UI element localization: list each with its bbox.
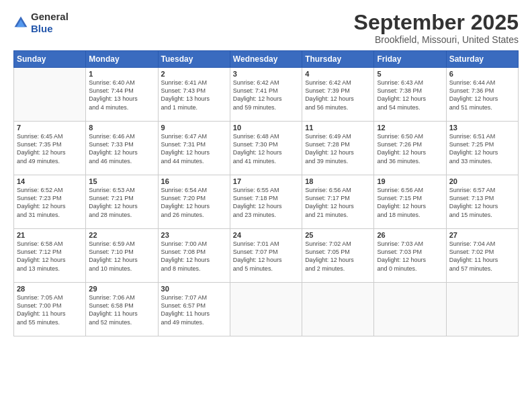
calendar-cell: 22Sunrise: 6:59 AMSunset: 7:10 PMDayligh… <box>86 229 158 283</box>
day-info: Sunrise: 6:48 AMSunset: 7:30 PMDaylight:… <box>233 132 299 165</box>
day-info: Sunrise: 6:50 AMSunset: 7:26 PMDaylight:… <box>377 132 443 165</box>
calendar-week-row: 21Sunrise: 6:58 AMSunset: 7:12 PMDayligh… <box>14 229 519 283</box>
day-info: Sunrise: 7:03 AMSunset: 7:03 PMDaylight:… <box>377 240 443 273</box>
calendar-week-row: 7Sunrise: 6:45 AMSunset: 7:35 PMDaylight… <box>14 122 519 175</box>
day-info: Sunrise: 6:49 AMSunset: 7:28 PMDaylight:… <box>305 132 371 165</box>
calendar-table: SundayMondayTuesdayWednesdayThursdayFrid… <box>13 50 519 336</box>
header-row: General Blue September 2025 Brookfield, … <box>13 11 519 45</box>
calendar-cell: 23Sunrise: 7:00 AMSunset: 7:08 PMDayligh… <box>158 229 230 283</box>
calendar-cell: 18Sunrise: 6:56 AMSunset: 7:17 PMDayligh… <box>302 175 374 229</box>
day-info: Sunrise: 6:55 AMSunset: 7:18 PMDaylight:… <box>233 186 299 219</box>
calendar-cell: 13Sunrise: 6:51 AMSunset: 7:25 PMDayligh… <box>446 122 518 175</box>
day-number: 18 <box>305 177 371 185</box>
calendar-cell <box>230 283 302 336</box>
day-number: 28 <box>17 285 83 293</box>
calendar-cell: 3Sunrise: 6:42 AMSunset: 7:41 PMDaylight… <box>230 68 302 122</box>
day-info: Sunrise: 6:41 AMSunset: 7:43 PMDaylight:… <box>161 79 227 111</box>
calendar-cell <box>374 283 446 336</box>
calendar-cell: 4Sunrise: 6:42 AMSunset: 7:39 PMDaylight… <box>302 68 374 122</box>
day-number: 17 <box>233 177 299 185</box>
calendar-cell <box>14 68 86 122</box>
day-number: 19 <box>377 177 443 185</box>
calendar-cell <box>446 283 518 336</box>
day-number: 21 <box>17 231 83 239</box>
day-number: 22 <box>89 231 154 239</box>
day-number: 9 <box>161 124 227 132</box>
calendar-cell: 14Sunrise: 6:52 AMSunset: 7:23 PMDayligh… <box>14 175 86 229</box>
weekday-header: Friday <box>374 51 446 68</box>
title-block: September 2025 Brookfield, Missouri, Uni… <box>354 11 519 45</box>
day-number: 24 <box>233 231 299 239</box>
calendar-cell: 10Sunrise: 6:48 AMSunset: 7:30 PMDayligh… <box>230 122 302 175</box>
day-number: 6 <box>449 70 515 78</box>
weekday-header: Monday <box>86 51 158 68</box>
calendar-cell: 24Sunrise: 7:01 AMSunset: 7:07 PMDayligh… <box>230 229 302 283</box>
calendar-cell: 20Sunrise: 6:57 AMSunset: 7:13 PMDayligh… <box>446 175 518 229</box>
day-info: Sunrise: 7:00 AMSunset: 7:08 PMDaylight:… <box>161 240 227 273</box>
day-number: 10 <box>233 124 299 132</box>
calendar-subtitle: Brookfield, Missouri, United States <box>354 34 519 45</box>
day-info: Sunrise: 6:52 AMSunset: 7:23 PMDaylight:… <box>17 186 83 219</box>
calendar-week-row: 1Sunrise: 6:40 AMSunset: 7:44 PMDaylight… <box>14 68 519 122</box>
calendar-cell: 16Sunrise: 6:54 AMSunset: 7:20 PMDayligh… <box>158 175 230 229</box>
day-number: 7 <box>17 124 83 132</box>
logo-icon <box>13 15 28 30</box>
calendar-cell: 6Sunrise: 6:44 AMSunset: 7:36 PMDaylight… <box>446 68 518 122</box>
day-number: 13 <box>449 124 515 132</box>
day-number: 5 <box>377 70 443 78</box>
calendar-cell: 9Sunrise: 6:47 AMSunset: 7:31 PMDaylight… <box>158 122 230 175</box>
logo-text: General Blue <box>31 11 69 35</box>
day-info: Sunrise: 7:04 AMSunset: 7:02 PMDaylight:… <box>449 240 515 273</box>
calendar-week-row: 14Sunrise: 6:52 AMSunset: 7:23 PMDayligh… <box>14 175 519 229</box>
day-info: Sunrise: 6:42 AMSunset: 7:41 PMDaylight:… <box>233 79 299 111</box>
day-info: Sunrise: 6:40 AMSunset: 7:44 PMDaylight:… <box>89 79 154 111</box>
weekday-header: Saturday <box>446 51 518 68</box>
logo: General Blue <box>13 11 69 35</box>
calendar-cell: 30Sunrise: 7:07 AMSunset: 6:57 PMDayligh… <box>158 283 230 336</box>
day-number: 20 <box>449 177 515 185</box>
weekday-header: Thursday <box>302 51 374 68</box>
day-number: 30 <box>161 285 227 293</box>
day-number: 25 <box>305 231 371 239</box>
calendar-cell: 1Sunrise: 6:40 AMSunset: 7:44 PMDaylight… <box>86 68 158 122</box>
calendar-cell: 28Sunrise: 7:05 AMSunset: 7:00 PMDayligh… <box>14 283 86 336</box>
day-number: 12 <box>377 124 443 132</box>
calendar-cell: 12Sunrise: 6:50 AMSunset: 7:26 PMDayligh… <box>374 122 446 175</box>
calendar-cell: 5Sunrise: 6:43 AMSunset: 7:38 PMDaylight… <box>374 68 446 122</box>
day-number: 26 <box>377 231 443 239</box>
day-info: Sunrise: 6:59 AMSunset: 7:10 PMDaylight:… <box>89 240 154 273</box>
day-number: 27 <box>449 231 515 239</box>
calendar-cell: 19Sunrise: 6:56 AMSunset: 7:15 PMDayligh… <box>374 175 446 229</box>
day-info: Sunrise: 6:54 AMSunset: 7:20 PMDaylight:… <box>161 186 227 219</box>
day-info: Sunrise: 6:43 AMSunset: 7:38 PMDaylight:… <box>377 79 443 111</box>
calendar-cell: 8Sunrise: 6:46 AMSunset: 7:33 PMDaylight… <box>86 122 158 175</box>
day-number: 16 <box>161 177 227 185</box>
logo-blue: Blue <box>31 23 53 34</box>
calendar-cell: 29Sunrise: 7:06 AMSunset: 6:58 PMDayligh… <box>86 283 158 336</box>
day-info: Sunrise: 6:46 AMSunset: 7:33 PMDaylight:… <box>89 132 154 165</box>
day-number: 2 <box>161 70 227 78</box>
day-number: 8 <box>89 124 154 132</box>
calendar-cell: 21Sunrise: 6:58 AMSunset: 7:12 PMDayligh… <box>14 229 86 283</box>
calendar-page: General Blue September 2025 Brookfield, … <box>0 0 532 411</box>
calendar-cell: 7Sunrise: 6:45 AMSunset: 7:35 PMDaylight… <box>14 122 86 175</box>
day-info: Sunrise: 6:56 AMSunset: 7:17 PMDaylight:… <box>305 186 371 219</box>
day-number: 14 <box>17 177 83 185</box>
day-info: Sunrise: 6:56 AMSunset: 7:15 PMDaylight:… <box>377 186 443 219</box>
calendar-cell: 2Sunrise: 6:41 AMSunset: 7:43 PMDaylight… <box>158 68 230 122</box>
day-info: Sunrise: 7:07 AMSunset: 6:57 PMDaylight:… <box>161 293 227 326</box>
weekday-header: Sunday <box>14 51 86 68</box>
day-number: 15 <box>89 177 154 185</box>
day-number: 3 <box>233 70 299 78</box>
logo-general: General <box>31 11 69 22</box>
day-info: Sunrise: 6:53 AMSunset: 7:21 PMDaylight:… <box>89 186 154 219</box>
day-info: Sunrise: 6:57 AMSunset: 7:13 PMDaylight:… <box>449 186 515 219</box>
calendar-week-row: 28Sunrise: 7:05 AMSunset: 7:00 PMDayligh… <box>14 283 519 336</box>
calendar-cell: 27Sunrise: 7:04 AMSunset: 7:02 PMDayligh… <box>446 229 518 283</box>
day-info: Sunrise: 6:42 AMSunset: 7:39 PMDaylight:… <box>305 79 371 111</box>
day-number: 29 <box>89 285 154 293</box>
day-number: 4 <box>305 70 371 78</box>
day-info: Sunrise: 6:45 AMSunset: 7:35 PMDaylight:… <box>17 132 83 165</box>
weekday-header: Tuesday <box>158 51 230 68</box>
calendar-cell: 17Sunrise: 6:55 AMSunset: 7:18 PMDayligh… <box>230 175 302 229</box>
